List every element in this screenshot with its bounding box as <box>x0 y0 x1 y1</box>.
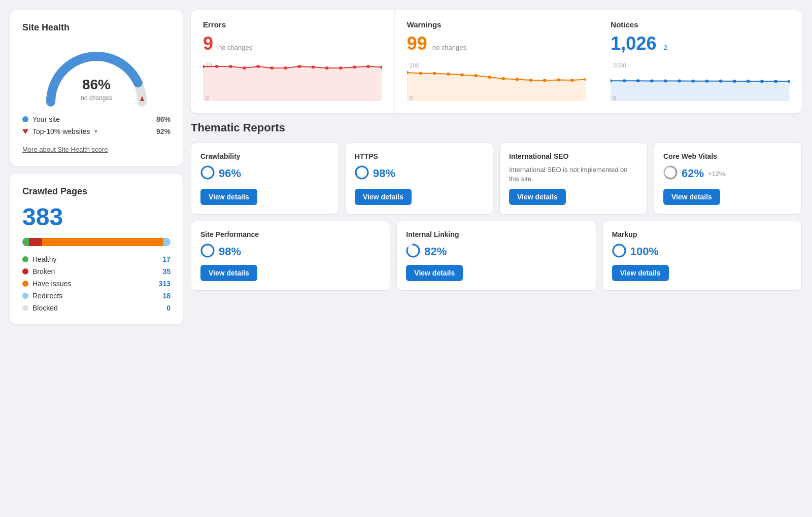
your-site-value: 86% <box>156 115 171 123</box>
legend-label: Redirects <box>32 292 62 300</box>
svg-point-42 <box>705 80 709 83</box>
your-site-label: Your site <box>32 115 60 123</box>
svg-point-23 <box>460 74 464 77</box>
metrics-row: Errors 9 no changes 100 Warnings 99 no c… <box>191 10 802 113</box>
errors-change: no changes <box>218 44 252 51</box>
report-score-change: +12% <box>708 170 725 178</box>
svg-point-46 <box>760 80 764 83</box>
svg-point-36 <box>623 79 626 82</box>
legend-count: 0 <box>166 304 171 312</box>
svg-point-28 <box>529 79 532 82</box>
bar-segment-healthy <box>22 238 29 246</box>
view-details-button[interactable]: View details <box>612 265 669 281</box>
warnings-label: Warnings <box>407 20 586 29</box>
site-health-title: Site Health <box>22 22 171 33</box>
legend-label: Have issues <box>32 280 71 288</box>
report-name: HTTPS <box>355 152 484 160</box>
errors-value: 9 <box>203 33 213 54</box>
svg-point-47 <box>774 80 777 83</box>
report-card-markup: Markup 100% View details <box>602 221 802 291</box>
notices-card: Notices 1,026 -2 20000 <box>598 10 802 113</box>
view-details-button[interactable]: View details <box>200 189 257 205</box>
report-name: International SEO <box>509 152 638 160</box>
report-card-core-web-vitals: Core Web Vitals 62% +12% View details <box>654 143 802 215</box>
thematic-reports-section: Thematic Reports Crawlability 96% View d… <box>191 121 802 291</box>
svg-point-11 <box>312 65 315 68</box>
legend-label: Broken <box>32 267 55 275</box>
warnings-change: no changes <box>432 44 466 51</box>
view-details-button[interactable]: View details <box>406 265 463 281</box>
svg-point-41 <box>692 80 695 83</box>
svg-point-29 <box>543 79 546 82</box>
chevron-down-icon[interactable]: ▾ <box>94 128 97 135</box>
view-details-button[interactable]: View details <box>509 189 566 205</box>
legend-dot <box>22 256 28 262</box>
report-score-value: 98% <box>373 167 395 180</box>
svg-point-8 <box>270 66 274 70</box>
svg-point-52 <box>356 166 368 179</box>
legend-count: 313 <box>159 280 171 288</box>
notices-label: Notices <box>611 20 790 29</box>
svg-text:200: 200 <box>409 63 419 68</box>
your-site-dot <box>22 116 28 122</box>
svg-point-50 <box>201 166 214 179</box>
legend-count: 17 <box>162 255 171 263</box>
bar-segment-redirects <box>163 238 171 246</box>
svg-point-44 <box>733 80 736 83</box>
gauge-percent: 86% <box>81 77 112 93</box>
legend-label: Blocked <box>32 304 58 312</box>
crawled-pages-title: Crawled Pages <box>22 186 171 197</box>
svg-point-39 <box>664 80 667 83</box>
svg-text:2000: 2000 <box>613 63 626 68</box>
view-details-button[interactable]: View details <box>663 189 720 205</box>
bar-segment-broken <box>29 238 43 246</box>
dashboard: Site Health 86% no changes <box>10 10 802 324</box>
legend-dot <box>22 281 28 287</box>
svg-point-38 <box>650 80 654 83</box>
more-about-link[interactable]: More about Site Health score <box>22 146 108 153</box>
report-score-row: 82% <box>406 244 586 260</box>
legend-count: 35 <box>162 267 171 275</box>
legend-dot <box>22 305 28 311</box>
top10-value: 92% <box>156 127 171 135</box>
reports-grid-row1: Crawlability 96% View detailsHTTPS 98% V… <box>191 143 802 215</box>
crawled-pages-card: Crawled Pages 383 Healthy 17 Broken 35 H… <box>10 174 183 324</box>
gauge-container: 86% no changes <box>22 41 171 107</box>
warnings-value: 99 <box>407 33 427 54</box>
report-name: Internal Linking <box>406 230 586 238</box>
svg-point-45 <box>747 80 750 83</box>
svg-point-7 <box>256 65 260 68</box>
report-score-row: 98% <box>200 244 381 260</box>
svg-point-26 <box>501 77 505 80</box>
legend-dot <box>22 293 28 299</box>
crawled-count: 383 <box>22 203 171 231</box>
top10-label: Top-10% websites <box>32 127 90 135</box>
reports-grid-row2: Site Performance 98% View detailsInterna… <box>191 221 802 291</box>
errors-card: Errors 9 no changes 100 <box>191 10 395 113</box>
warnings-chart: 2000 <box>407 60 586 101</box>
svg-point-10 <box>297 65 301 68</box>
report-score-row: 98% <box>355 165 484 182</box>
report-circle-icon <box>663 165 678 182</box>
svg-point-15 <box>366 65 370 68</box>
report-circle-icon <box>612 244 626 260</box>
svg-point-9 <box>284 66 287 70</box>
report-card-international-seo: International SEOInternational SEO is no… <box>499 143 648 215</box>
report-name: Crawlability <box>200 152 329 160</box>
svg-point-60 <box>613 245 625 257</box>
warnings-card: Warnings 99 no changes 2000 <box>395 10 599 113</box>
notices-change: -2 <box>661 44 667 51</box>
svg-point-24 <box>474 74 478 77</box>
svg-point-37 <box>636 79 640 82</box>
svg-point-4 <box>215 65 219 68</box>
report-circle-icon <box>200 244 215 260</box>
report-score-row: 96% <box>200 165 329 182</box>
svg-point-20 <box>419 72 422 75</box>
crawled-legend: Healthy 17 Broken 35 Have issues 313 Red… <box>22 255 171 312</box>
view-details-button[interactable]: View details <box>355 189 412 205</box>
report-score-value: 62% <box>682 167 704 180</box>
svg-point-22 <box>447 73 450 76</box>
view-details-button[interactable]: View details <box>200 265 257 281</box>
gauge-center: 86% no changes <box>81 77 112 102</box>
bar-segment-have-issues <box>42 238 163 246</box>
